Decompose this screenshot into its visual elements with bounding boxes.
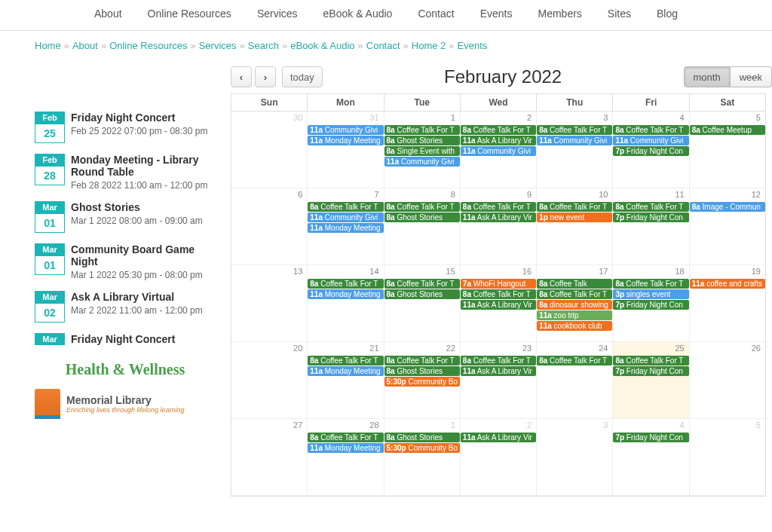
calendar-day[interactable]: 118a Coffee Talk For T7p Friday Night Co… — [613, 188, 689, 265]
calendar-event[interactable]: 7p Friday Night Con — [613, 300, 688, 310]
calendar-day[interactable]: 258a Coffee Talk For T7p Friday Night Co… — [613, 342, 689, 419]
calendar-day[interactable]: 18a Ghost Stories5:30p Community Bo — [384, 419, 461, 496]
calendar-event[interactable]: 11a Community Givi — [308, 212, 383, 222]
calendar-event[interactable]: 8a Coffee Talk For T — [537, 356, 612, 365]
calendar-day[interactable]: 26 — [690, 342, 765, 419]
calendar-day[interactable]: 218a Coffee Talk For T11a Monday Meeting — [308, 342, 384, 419]
calendar-event[interactable]: 8a Coffee Talk For T — [384, 202, 460, 212]
calendar-day[interactable]: 3 — [537, 419, 613, 496]
nav-link[interactable]: Online Resources — [148, 8, 231, 20]
breadcrumb-link[interactable]: Contact — [366, 40, 400, 51]
calendar-day[interactable]: 48a Coffee Talk For T11a Community Givi7… — [613, 112, 689, 188]
calendar-event[interactable]: 8a Ghost Stories — [384, 212, 460, 222]
calendar-day[interactable]: 28a Coffee Talk For T11a Ask A Library V… — [461, 112, 537, 188]
calendar-day[interactable]: 167a WhoFi Hangout8a Coffee Talk For T11… — [461, 265, 537, 342]
nav-link[interactable]: Services — [257, 8, 298, 20]
calendar-event[interactable]: 11a Ask A Library Vir — [461, 212, 536, 222]
sidebar-event[interactable]: Mar02Ask A Library VirtualMar 2 2022 11:… — [35, 291, 216, 323]
calendar-event[interactable]: 8a Coffee Talk For T — [461, 202, 536, 212]
breadcrumb-link[interactable]: Services — [199, 40, 237, 51]
calendar-day[interactable]: 20 — [231, 342, 308, 419]
calendar-day[interactable]: 6 — [231, 188, 308, 265]
calendar-event[interactable]: 1p new event — [537, 212, 612, 222]
calendar-event[interactable]: 7p Friday Night Con — [613, 146, 688, 156]
calendar-day[interactable]: 3111a Community Givi11a Monday Meeting — [308, 112, 384, 188]
calendar-event[interactable]: 7p Friday Night Con — [613, 366, 688, 376]
breadcrumb-link[interactable]: Home — [35, 40, 61, 51]
calendar-day[interactable]: 158a Coffee Talk For T8a Ghost Stories — [384, 265, 461, 342]
calendar-event[interactable]: 11a Community Givi — [461, 146, 536, 156]
calendar-event[interactable]: 3p singles event — [613, 289, 688, 299]
calendar-event[interactable]: 8a Coffee Talk — [537, 279, 612, 289]
calendar-event[interactable]: 8a Image - Commun — [690, 202, 765, 212]
calendar-day[interactable]: 88a Coffee Talk For T8a Ghost Stories — [384, 188, 461, 265]
calendar-day[interactable]: 38a Coffee Talk For T11a Community Givi — [537, 112, 613, 188]
calendar-event[interactable]: 11a Monday Meeting — [308, 289, 383, 299]
calendar-event[interactable]: 8a Ghost Stories — [384, 136, 460, 145]
calendar-event[interactable]: 11a Ask A Library Vir — [461, 433, 536, 442]
month-view-button[interactable]: month — [684, 66, 731, 87]
calendar-day[interactable]: 98a Coffee Talk For T11a Ask A Library V… — [461, 188, 537, 265]
calendar-event[interactable]: 11a Ask A Library Vir — [461, 136, 536, 145]
calendar-event[interactable]: 8a Coffee Talk For T — [308, 202, 383, 212]
calendar-event[interactable]: 8a Coffee Talk For T — [461, 289, 536, 299]
sidebar-event[interactable]: Mar01Community Board Game NightMar 1 202… — [35, 243, 216, 280]
calendar-day[interactable]: 148a Coffee Talk For T11a Monday Meeting — [308, 265, 384, 342]
calendar-event[interactable]: 8a Coffee Talk For T — [613, 356, 688, 365]
calendar-event[interactable]: 11a coffee and crafts — [690, 279, 765, 289]
calendar-day[interactable]: 5 — [690, 419, 765, 496]
calendar-event[interactable]: 5:30p Community Bo — [384, 377, 460, 387]
calendar-event[interactable]: 8a Coffee Talk For T — [384, 356, 460, 365]
calendar-event[interactable]: 8a Coffee Talk For T — [308, 433, 383, 442]
calendar-event[interactable]: 8a Coffee Talk For T — [537, 289, 612, 299]
calendar-day[interactable]: 108a Coffee Talk For T1p new event — [537, 188, 613, 265]
calendar-event[interactable]: 8a Coffee Talk For T — [613, 202, 688, 212]
calendar-event[interactable]: 11a Ask A Library Vir — [461, 300, 536, 310]
calendar-event[interactable]: 11a Ask A Library Vir — [461, 366, 536, 376]
week-view-button[interactable]: week — [731, 66, 772, 87]
nav-link[interactable]: Contact — [418, 8, 454, 20]
nav-link[interactable]: About — [94, 8, 122, 20]
calendar-event[interactable]: 11a cookbook club — [537, 321, 612, 331]
next-button[interactable]: › — [255, 66, 276, 87]
calendar-event[interactable]: 11a zoo trip — [537, 310, 612, 320]
calendar-event[interactable]: 11a Community Givi — [613, 136, 688, 145]
calendar-day[interactable]: 58a Coffee Meetup — [690, 112, 765, 188]
today-button[interactable]: today — [282, 66, 323, 87]
calendar-event[interactable]: 7p Friday Night Con — [613, 433, 688, 442]
calendar-event[interactable]: 8a Coffee Talk For T — [308, 356, 383, 365]
nav-link[interactable]: Sites — [608, 8, 631, 20]
breadcrumb-link[interactable]: eBook & Audio — [290, 40, 354, 51]
nav-link[interactable]: Events — [480, 8, 513, 20]
calendar-event[interactable]: 8a Coffee Talk For T — [461, 125, 536, 135]
calendar-event[interactable]: 11a Community Givi — [537, 136, 612, 145]
sidebar-event[interactable]: Feb25Friday Night ConcertFeb 25 2022 07:… — [35, 112, 216, 143]
calendar-day[interactable]: 211a Ask A Library Vir — [461, 419, 537, 496]
nav-link[interactable]: Members — [538, 8, 581, 20]
calendar-event[interactable]: 8a Coffee Talk For T — [384, 125, 460, 135]
calendar-event[interactable]: 8a Coffee Talk For T — [613, 125, 688, 135]
calendar-day[interactable]: 248a Coffee Talk For T — [537, 342, 613, 419]
sidebar-event[interactable]: Feb28Monday Meeting - Library Round Tabl… — [35, 154, 216, 191]
calendar-event[interactable]: 11a Monday Meeting — [308, 223, 383, 233]
calendar-day[interactable]: 288a Coffee Talk For T11a Monday Meeting — [308, 419, 384, 496]
calendar-event[interactable]: 11a Monday Meeting — [308, 136, 383, 145]
breadcrumb-link[interactable]: Online Resources — [109, 40, 187, 51]
calendar-day[interactable]: 188a Coffee Talk For T3p singles event7p… — [613, 265, 689, 342]
calendar-day[interactable]: 238a Coffee Talk For T11a Ask A Library … — [461, 342, 537, 419]
calendar-day[interactable]: 18a Coffee Talk For T8a Ghost Stories8a … — [384, 112, 461, 188]
calendar-event[interactable]: 8a Coffee Talk For T — [613, 279, 688, 289]
calendar-day[interactable]: 128a Image - Commun — [690, 188, 765, 265]
calendar-event[interactable]: 8a Ghost Stories — [384, 433, 460, 442]
breadcrumb-link[interactable]: About — [72, 40, 98, 51]
calendar-event[interactable]: 8a dinosaur showing — [537, 300, 612, 310]
calendar-event[interactable]: 8a Ghost Stories — [384, 289, 460, 299]
calendar-event[interactable]: 7p Friday Night Con — [613, 212, 688, 222]
sidebar-event[interactable]: MarFriday Night Concert — [35, 333, 216, 347]
calendar-day[interactable]: 228a Coffee Talk For T8a Ghost Stories5:… — [384, 342, 461, 419]
nav-link[interactable]: Blog — [657, 8, 678, 20]
calendar-event[interactable]: 5:30p Community Bo — [384, 443, 460, 453]
calendar-event[interactable]: 7a WhoFi Hangout — [461, 279, 536, 289]
prev-button[interactable]: ‹ — [231, 66, 252, 87]
calendar-day[interactable]: 13 — [231, 265, 308, 342]
